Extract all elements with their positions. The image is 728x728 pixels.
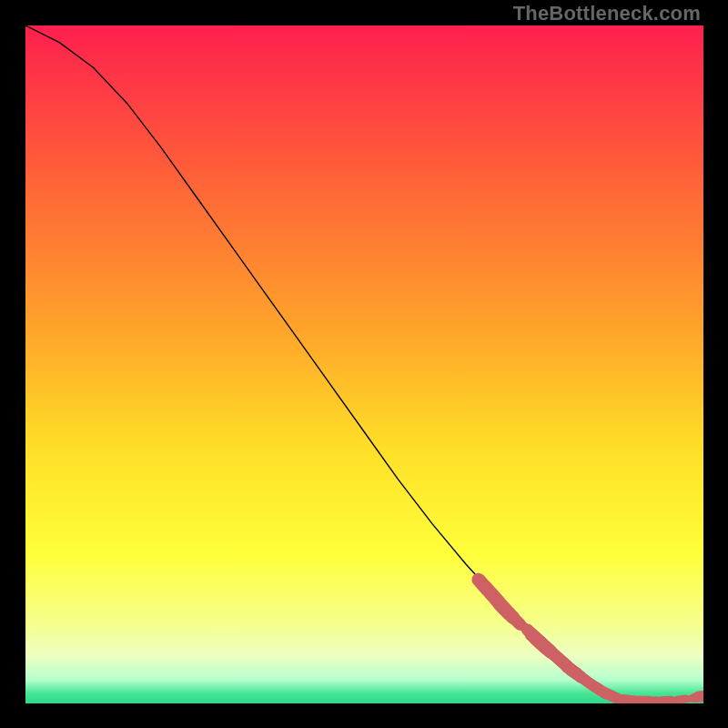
plot-area: [25, 25, 703, 703]
watermark-label: TheBottleneck.com: [513, 4, 701, 24]
data-points: [25, 25, 703, 703]
chart-stage: TheBottleneck.com: [0, 0, 728, 728]
